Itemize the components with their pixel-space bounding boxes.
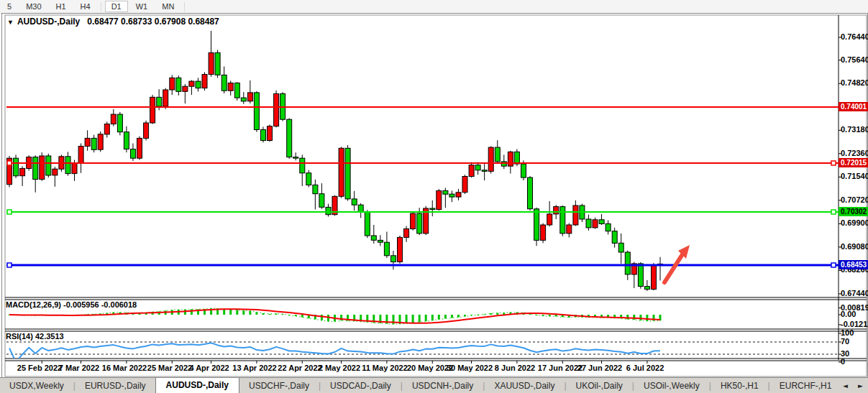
symbol-tab-eurchf-h1[interactable]: EURCHF-,H1 (770, 379, 841, 393)
candle-body-up (209, 52, 214, 74)
chart-symbol-label: AUDUSD-,Daily (17, 17, 80, 27)
hline-handle[interactable] (831, 263, 836, 267)
macd-histogram-bar (275, 314, 278, 315)
symbol-tab-usoil-weekly[interactable]: USOil-,Weekly (634, 379, 709, 393)
candle-body-up (554, 207, 559, 214)
symbol-tab-usdchf-daily[interactable]: USDCHF-,Daily (239, 379, 319, 393)
candle-body-down (618, 243, 623, 252)
timeframe-toolbar: 5M30H1H4D1W1MN (0, 0, 868, 14)
hline-handle[interactable] (831, 210, 836, 214)
hline-handle[interactable] (7, 210, 12, 214)
candle-body-up (469, 165, 474, 177)
candle-body-down (241, 98, 246, 101)
chart-dropdown-icon[interactable]: ▼ (7, 19, 14, 26)
price-axis-label: 0.75640 (841, 55, 868, 64)
timeframe-button-h4[interactable]: H4 (74, 1, 97, 12)
candle-body-down (65, 157, 70, 174)
candle-body-down (528, 177, 533, 209)
candle-body-down (417, 213, 422, 234)
symbol-tab-audusd-daily[interactable]: AUDUSD-,Daily (155, 377, 239, 393)
candle-body-up (170, 78, 175, 90)
hline-handle[interactable] (7, 161, 12, 165)
symbol-tab-eurusd-daily[interactable]: EURUSD-,Daily (76, 379, 155, 393)
date-label: 30 May 2022 (447, 364, 493, 372)
date-label: 11 May 2022 (362, 364, 408, 372)
macd-histogram-bar (419, 315, 421, 323)
symbol-tab-usdcad-daily[interactable]: USDCAD-,Daily (321, 379, 401, 393)
timeframe-button-w1[interactable]: W1 (129, 1, 155, 12)
price-badge-0.68453: 0.68453 (839, 260, 868, 269)
price-badge-0.70302: 0.70302 (839, 207, 868, 216)
symbol-tab-ukoil-daily[interactable]: UKOil-,Daily (567, 379, 632, 393)
candle-body-down (586, 219, 591, 228)
candle-body-down (612, 231, 617, 244)
price-axis-label: 0.74820 (841, 78, 868, 87)
timeframe-button-m30[interactable]: M30 (19, 1, 47, 12)
candle-body-up (150, 97, 155, 123)
macd-histogram-bar (438, 315, 440, 320)
candle-body-down (534, 209, 539, 241)
macd-histogram-bar (431, 315, 434, 320)
candle-body-up (228, 83, 233, 91)
candle-body-down (560, 207, 565, 234)
date-label: 25 Mar 2022 (147, 364, 192, 372)
candle-body-down (606, 223, 611, 231)
candle-body-down (365, 212, 370, 236)
candle-body-down (501, 162, 506, 166)
macd-group (9, 308, 662, 324)
symbol-tab-usdcnh-daily[interactable]: USDCNH-,Daily (403, 379, 483, 393)
date-label: 4 Apr 2022 (189, 364, 229, 372)
timeframe-button-5[interactable]: 5 (1, 1, 18, 12)
tab-scroll-left-icon[interactable]: ◄ (843, 382, 848, 389)
macd-histogram-bar (555, 315, 557, 316)
timeframe-button-h1[interactable]: H1 (50, 1, 73, 12)
terminal-window: 5M30H1H4D1W1MN ▼AUDUSD-,Daily0.68477 0.6… (0, 0, 868, 393)
candle-body-down (254, 93, 259, 130)
candle-body-up (163, 90, 168, 106)
candle-body-up (144, 123, 149, 138)
candle-body-up (85, 138, 90, 146)
symbol-tab-hk50-h1[interactable]: HK50-,H1 (711, 379, 768, 393)
candle-body-down (300, 158, 305, 173)
arrow-annotation-shaft[interactable] (664, 254, 682, 282)
macd-histogram-bar (457, 315, 460, 318)
symbol-tab-xauusd-daily[interactable]: XAUUSD-,Daily (485, 379, 564, 393)
date-label: 22 Apr 2022 (278, 364, 321, 372)
timeframe-button-d1[interactable]: D1 (105, 1, 128, 12)
candle-body-up (652, 265, 657, 290)
candle-body-down (482, 170, 487, 172)
hline-handle[interactable] (7, 263, 12, 267)
candle-body-down (124, 132, 129, 149)
candle-body-up (274, 94, 279, 126)
candle-body-down (345, 148, 350, 199)
candle-body-down (352, 199, 357, 205)
symbol-tab-usdx-weekly[interactable]: USDX,Weekly (0, 379, 73, 393)
timeframe-button-mn[interactable]: MN (155, 1, 181, 12)
candle-body-down (117, 114, 122, 132)
date-label: 27 Jun 2022 (577, 364, 622, 372)
candle-body-up (202, 75, 207, 88)
date-label: 7 Mar 2022 (59, 364, 99, 372)
candles-group (7, 31, 663, 291)
macd-histogram-bar (444, 315, 447, 318)
price-axis-label: 0.76440 (841, 32, 868, 41)
candle-body-down (514, 152, 519, 164)
tab-scroll-right-icon[interactable]: ► (858, 382, 863, 389)
candle-body-down (378, 240, 383, 242)
candle-body-up (488, 147, 493, 171)
rsi-axis-label: 0 (841, 357, 845, 366)
price-chart-canvas[interactable] (2, 14, 868, 378)
hline-handle[interactable] (831, 161, 836, 165)
toolbar-separator (101, 2, 101, 11)
candle-body-down (443, 190, 448, 194)
candle-body-down (91, 138, 96, 149)
price-axis-label: 0.73180 (841, 125, 868, 134)
candle-body-down (131, 149, 136, 159)
toolbar-separator (184, 2, 185, 11)
price-axis-label: 0.72360 (841, 149, 868, 157)
date-label: 6 Jul 2022 (626, 364, 664, 372)
candle-body-down (313, 185, 318, 193)
candle-body-up (137, 138, 142, 158)
macd-histogram-bar (269, 314, 271, 315)
candle-body-down (475, 165, 480, 170)
